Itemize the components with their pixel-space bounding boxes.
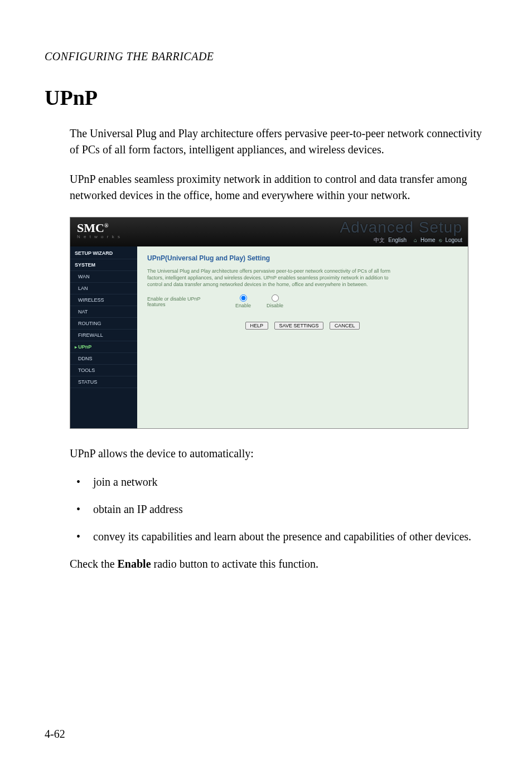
intro-paragraph-1: The Universal Plug and Play architecture… [70, 125, 487, 158]
sidebar-item-tools[interactable]: TOOLS [70, 365, 137, 376]
save-settings-button[interactable]: SAVE SETTINGS [274, 322, 324, 330]
sidebar-item-status[interactable]: STATUS [70, 376, 137, 388]
upnp-toggle-label: Enable or disable UPnP features [147, 296, 220, 307]
bullet-item: convey its capabilities and learn about … [70, 529, 487, 545]
lang-link-cn[interactable]: 中文 [374, 237, 385, 243]
brand-logo-reg: ® [104, 222, 108, 229]
sidebar-item-wan[interactable]: WAN [70, 271, 137, 283]
enable-post: radio button to activate this function. [151, 558, 319, 570]
panel-buttons: HELP SAVE SETTINGS CANCEL [147, 320, 458, 330]
sidebar-item-nat[interactable]: NAT [70, 306, 137, 318]
sidebar-item-upnp[interactable]: UPnP [70, 341, 137, 353]
brand-subtext: N e t w o r k s [77, 234, 121, 239]
enable-pre: Check the [70, 558, 118, 570]
home-link[interactable]: Home [420, 237, 436, 243]
screenshot-header: SMC® N e t w o r k s Advanced Setup 中文 E… [70, 217, 468, 246]
upnp-toggle-row: Enable or disable UPnP features Enable D… [147, 294, 458, 308]
header-watermark: Advanced Setup [340, 219, 463, 236]
top-nav: 中文 English Home Logout [371, 236, 462, 244]
bullet-item: join a network [70, 474, 487, 490]
sidebar-item-firewall[interactable]: FIREWALL [70, 330, 137, 341]
page-number: 4-62 [45, 728, 65, 741]
brand-logo-text: SMC [77, 221, 104, 235]
help-button[interactable]: HELP [245, 322, 269, 330]
brand-logo: SMC® [77, 221, 108, 235]
main-panel: UPnP(Universal Plug and Play) Setting Th… [137, 246, 468, 428]
home-icon [414, 237, 418, 243]
bullet-item: obtain an IP address [70, 501, 487, 517]
sidebar-item-ddns[interactable]: DDNS [70, 353, 137, 365]
logout-link[interactable]: Logout [445, 237, 462, 243]
sidebar-item-setup-wizard[interactable]: SETUP WIZARD [70, 248, 137, 259]
lang-link-en[interactable]: English [388, 237, 407, 243]
router-admin-screenshot: SMC® N e t w o r k s Advanced Setup 中文 E… [70, 217, 468, 429]
intro-paragraph-2: UPnP enables seamless proximity network … [70, 171, 487, 204]
radio-disable-input[interactable] [272, 294, 279, 302]
radio-disable-label: Disable [267, 303, 283, 308]
sidebar-item-wireless[interactable]: WIRELESS [70, 294, 137, 306]
logout-icon [439, 237, 443, 243]
enable-bold: Enable [118, 558, 151, 570]
enable-instruction: Check the Enable radio button to activat… [70, 556, 487, 572]
radio-enable[interactable]: Enable [235, 294, 251, 308]
cancel-button[interactable]: CANCEL [330, 322, 360, 330]
radio-enable-input[interactable] [240, 294, 247, 302]
radio-disable[interactable]: Disable [267, 294, 283, 308]
running-head: CONFIGURING THE BARRICADE [45, 50, 487, 63]
post-image-lead: UPnP allows the device to automatically: [70, 446, 487, 462]
sidebar-item-lan[interactable]: LAN [70, 283, 137, 294]
panel-heading: UPnP(Universal Plug and Play) Setting [147, 254, 458, 262]
sidebar-item-routing[interactable]: ROUTING [70, 318, 137, 330]
sidebar-item-system[interactable]: SYSTEM [70, 259, 137, 271]
panel-description: The Universal Plug and Play architecture… [147, 268, 398, 288]
radio-enable-label: Enable [235, 303, 251, 308]
feature-bullet-list: join a network obtain an IP address conv… [70, 474, 487, 545]
page-title: UPnP [45, 85, 487, 110]
sidebar-nav: SETUP WIZARD SYSTEM WAN LAN WIRELESS NAT… [70, 246, 137, 428]
